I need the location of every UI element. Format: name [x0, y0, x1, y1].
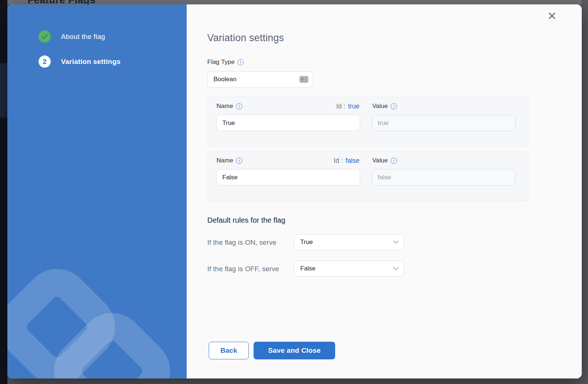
close-icon [548, 12, 556, 20]
name-label-row: Name i [216, 103, 242, 110]
value-label: Value [372, 157, 388, 164]
id-value: true [348, 103, 359, 110]
flag-off-serve-value: False [300, 265, 393, 272]
id-label: Id : [334, 157, 343, 165]
panel-heading: Variation settings [207, 32, 284, 44]
variation-id: Id : true [336, 103, 359, 110]
flag-on-serve-select[interactable]: True [294, 234, 404, 250]
flag-off-serve-select[interactable]: False [294, 261, 404, 277]
variation-name-input[interactable] [216, 169, 360, 186]
name-label-row: Name i [216, 157, 242, 164]
info-icon[interactable]: i [236, 103, 242, 110]
variation-settings-panel: Variation settings Flag Type i Boolean N… [187, 4, 582, 378]
step-label: About the flag [61, 33, 105, 41]
flag-on-label: If the flag is ON, serve [207, 238, 276, 247]
page-title: Feature Flags [28, 0, 96, 4]
chevron-down-icon [393, 267, 399, 270]
info-icon[interactable]: i [237, 59, 244, 65]
step-about-the-flag[interactable]: About the flag [39, 30, 105, 43]
variation-name-input[interactable] [216, 115, 360, 131]
value-label-row: Value i [372, 157, 397, 164]
step-label: Variation settings [61, 58, 121, 66]
variation-id: Id : false [334, 157, 359, 165]
id-value: false [345, 157, 359, 165]
flag-off-label: If the flag is OFF, serve [207, 265, 279, 273]
info-icon: i [107, 0, 112, 4]
chevron-down-icon [393, 240, 399, 244]
name-label: Name [216, 157, 233, 164]
back-button[interactable]: Back [209, 342, 249, 359]
value-label-row: Value i [372, 103, 397, 110]
page-left-nav [0, 0, 7, 384]
id-label: Id : [336, 103, 345, 110]
flag-on-serve-value: True [300, 238, 393, 246]
flag-type-label: Flag Type [207, 58, 234, 66]
variation-card-true: Name i Id : true Value i [207, 97, 529, 147]
save-and-close-button[interactable]: Save and Close [254, 342, 335, 359]
flag-type-list-icon [300, 76, 308, 83]
flag-type-label-row: Flag Type i [207, 58, 244, 66]
variation-value-input[interactable] [372, 169, 516, 186]
value-label: Value [372, 103, 388, 110]
name-label: Name [216, 103, 233, 110]
info-icon[interactable]: i [391, 158, 397, 164]
variation-value-input[interactable] [372, 115, 516, 131]
step-variation-settings[interactable]: 2 Variation settings [39, 55, 121, 68]
flag-type-value: Boolean [214, 76, 300, 83]
info-icon[interactable]: i [236, 158, 242, 164]
variation-card-false: Name i Id : false Value i [207, 151, 529, 201]
page-nav-active-item [0, 63, 7, 118]
page-header-strip: Feature Flags i [7, 0, 582, 4]
info-icon[interactable]: i [391, 103, 397, 110]
wizard-sidebar: About the flag 2 Variation settings [7, 4, 187, 378]
default-rules-heading: Default rules for the flag [207, 216, 285, 225]
flag-type-select[interactable]: Boolean [207, 71, 313, 87]
flag-wizard-modal: About the flag 2 Variation settings Vari… [7, 4, 582, 378]
step-number-badge: 2 [39, 55, 51, 68]
close-button[interactable] [545, 9, 559, 22]
check-circle-icon [39, 30, 51, 43]
